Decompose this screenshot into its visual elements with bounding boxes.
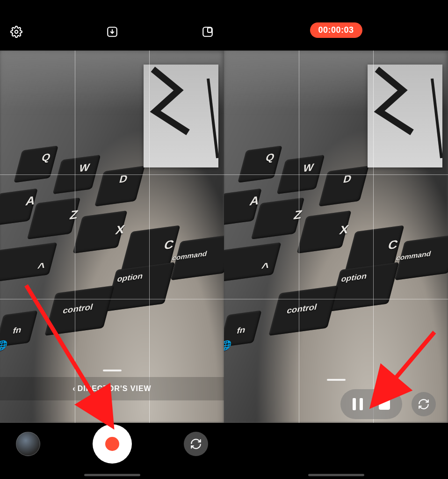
- download-tray-icon[interactable]: [104, 24, 120, 40]
- gesture-bar: [84, 474, 140, 476]
- settings-icon[interactable]: [8, 24, 24, 40]
- screenshot-left: A Z X C Q W D option command control fn …: [0, 0, 224, 479]
- camera-viewfinder[interactable]: A Z X C Q W D option command control fn …: [0, 51, 224, 423]
- mode-selector[interactable]: ‹ DIRECTOR'S VIEW: [0, 377, 224, 400]
- recording-time: 00:00:03: [318, 25, 354, 35]
- stop-button[interactable]: [379, 399, 390, 410]
- camera-viewfinder[interactable]: A Z X C Q W D option command control fn …: [224, 51, 448, 423]
- svg-point-0: [15, 30, 18, 34]
- svg-line-6: [432, 79, 441, 158]
- screenshot-right: 00:00:03 A Z X C Q W D option command: [224, 0, 448, 479]
- svg-line-4: [208, 79, 217, 158]
- gesture-bar: [308, 474, 364, 476]
- switch-camera-button[interactable]: [184, 432, 208, 456]
- recording-controls-pill: [340, 389, 402, 419]
- record-dot-icon: [105, 437, 119, 451]
- mode-label: DIRECTOR'S VIEW: [78, 385, 152, 393]
- switch-camera-button[interactable]: [412, 392, 436, 416]
- pip-layout-icon[interactable]: [200, 24, 216, 40]
- recording-timer-badge: 00:00:03: [310, 22, 362, 38]
- chevron-left-icon: ‹: [72, 385, 75, 393]
- drag-handle[interactable]: [327, 379, 346, 381]
- pip-front-camera-overlay[interactable]: [144, 65, 218, 167]
- top-toolbar: [0, 18, 224, 46]
- pause-button[interactable]: [353, 398, 363, 410]
- gallery-thumbnail[interactable]: [16, 432, 40, 456]
- record-button[interactable]: [93, 424, 132, 464]
- pip-front-camera-overlay[interactable]: [368, 65, 442, 167]
- svg-rect-3: [208, 28, 212, 32]
- drag-handle[interactable]: [103, 370, 122, 371]
